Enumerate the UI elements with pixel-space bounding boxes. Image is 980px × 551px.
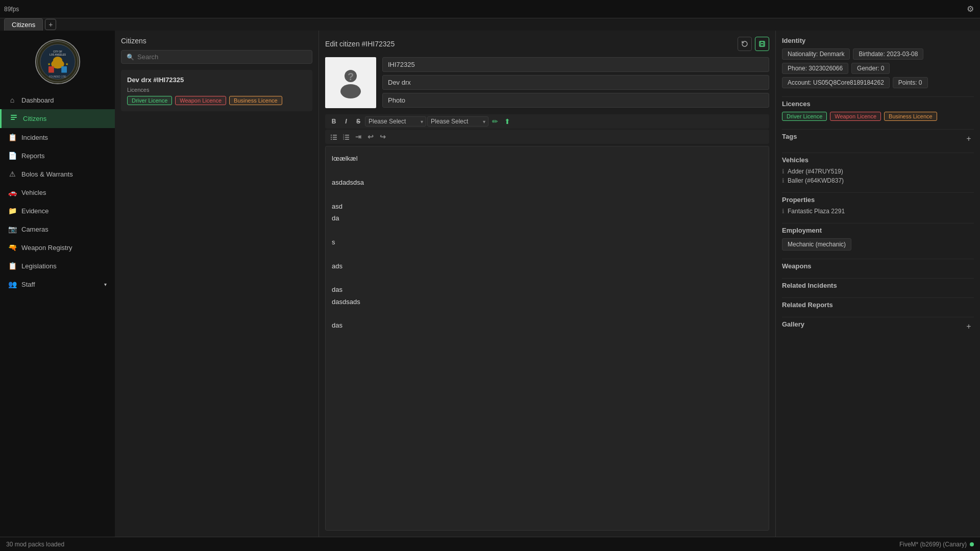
sidebar-item-bolos-warrants[interactable]: ⚠ Bolos & Warrants bbox=[0, 165, 115, 183]
vehicle-info-icon-2: ℹ bbox=[782, 177, 785, 184]
birthdate-tag: Birthdate: 2023-03-08 bbox=[853, 48, 923, 60]
vehicle-item-1: ℹ Adder (#47RUY519) bbox=[782, 168, 974, 175]
svg-rect-14 bbox=[11, 115, 17, 116]
format-select-2[interactable]: Please Select bbox=[427, 116, 488, 127]
phone-tag: Phone: 3023026066 bbox=[782, 63, 848, 74]
sidebar-item-citizens[interactable]: Citizens bbox=[0, 109, 115, 128]
content-area: Citizens 🔍 Dev drx #IHI72325 Licences Dr… bbox=[115, 31, 980, 537]
identity-tags-row: Nationality: Denmark Birthdate: 2023-03-… bbox=[782, 48, 974, 88]
sidebar-item-evidence[interactable]: 📁 Evidence bbox=[0, 202, 115, 220]
sidebar-item-legislations[interactable]: 📋 Legislations bbox=[0, 257, 115, 275]
gear-button[interactable]: ⚙ bbox=[965, 2, 976, 16]
info-weapon-licence-badge: Weapon Licence bbox=[830, 112, 881, 121]
italic-button[interactable]: I bbox=[340, 116, 352, 127]
sidebar-nav: ⌂ Dashboard Citizens 📋 Incidents 📄 bbox=[0, 91, 115, 537]
svg-text:CITY OF: CITY OF bbox=[53, 51, 62, 53]
vehicles-icon: 🚗 bbox=[8, 188, 16, 196]
tags-section-header: Tags + bbox=[782, 133, 974, 144]
refresh-button[interactable] bbox=[738, 37, 752, 51]
sidebar-item-vehicles[interactable]: 🚗 Vehicles bbox=[0, 183, 115, 202]
citizen-photo-field[interactable]: Photo bbox=[382, 93, 769, 108]
save-icon bbox=[758, 40, 766, 47]
citizen-name-field[interactable]: Dev drx bbox=[382, 75, 769, 90]
svg-text:★: ★ bbox=[47, 62, 51, 66]
svg-rect-19 bbox=[761, 44, 764, 46]
gallery-section-title: Gallery bbox=[782, 320, 804, 328]
undo-button[interactable]: ↩ bbox=[365, 131, 376, 142]
tab-citizens[interactable]: Citizens bbox=[4, 18, 43, 31]
sidebar-item-weapon-registry[interactable]: 🔫 Weapon Registry bbox=[0, 238, 115, 257]
home-icon: ⌂ bbox=[8, 96, 16, 104]
edit-panel-title: Edit citizen #IHI72325 bbox=[325, 40, 395, 48]
format-select-1[interactable]: Please Select bbox=[365, 116, 426, 127]
nationality-tag: Nationality: Denmark bbox=[782, 48, 850, 60]
citizen-id-field[interactable]: IHI72325 bbox=[382, 57, 769, 72]
upload-button[interactable]: ⬆ bbox=[502, 116, 513, 127]
top-bar: 89fps ⚙ bbox=[0, 0, 980, 18]
svg-point-25 bbox=[331, 137, 332, 138]
status-dot-icon bbox=[970, 542, 974, 546]
citizens-icon bbox=[10, 114, 18, 123]
sidebar: CITY OF LOS ANGELES ★ ★ FOUNDED 1781 ⌂ D… bbox=[0, 31, 115, 537]
vehicle-item-2: ℹ Baller (#64KWD837) bbox=[782, 177, 974, 184]
svg-rect-32 bbox=[345, 137, 349, 138]
sidebar-item-staff[interactable]: 👥 Staff ▾ bbox=[0, 275, 115, 293]
svg-rect-26 bbox=[333, 137, 337, 138]
identity-section: Identity Nationality: Denmark Birthdate:… bbox=[782, 37, 974, 88]
vehicles-section-title: Vehicles bbox=[782, 156, 974, 164]
weapon-registry-icon: 🔫 bbox=[8, 243, 16, 252]
svg-text:FOUNDED 1781: FOUNDED 1781 bbox=[49, 76, 66, 78]
info-licences-row: Driver Licence Weapon Licence Business L… bbox=[782, 112, 974, 121]
cameras-icon: 📷 bbox=[8, 225, 16, 233]
svg-rect-12 bbox=[61, 66, 67, 73]
reports-icon: 📄 bbox=[8, 152, 16, 160]
city-seal-icon: CITY OF LOS ANGELES ★ ★ FOUNDED 1781 bbox=[35, 39, 81, 85]
add-tag-button[interactable]: + bbox=[964, 134, 974, 144]
svg-rect-24 bbox=[333, 135, 337, 136]
svg-point-8 bbox=[58, 58, 60, 60]
ordered-list-button[interactable]: 1. 2. 3. bbox=[340, 131, 352, 142]
person-silhouette-icon: ? bbox=[333, 65, 369, 101]
svg-point-27 bbox=[331, 139, 332, 140]
tags-section: Tags + bbox=[782, 133, 974, 144]
sidebar-item-incidents[interactable]: 📋 Incidents bbox=[0, 128, 115, 146]
pencil-button[interactable]: ✏ bbox=[489, 116, 501, 127]
refresh-icon bbox=[741, 40, 748, 47]
status-bar: 30 mod packs loaded FiveM* (b2699) (Cana… bbox=[0, 537, 980, 551]
related-incidents-section: Related Incidents bbox=[782, 282, 974, 289]
info-panel: Identity Nationality: Denmark Birthdate:… bbox=[776, 31, 980, 537]
citizen-card[interactable]: Dev drx #IHI72325 Licences Driver Licenc… bbox=[121, 70, 312, 111]
bold-button[interactable]: B bbox=[328, 116, 339, 127]
svg-text:LOS ANGELES: LOS ANGELES bbox=[49, 54, 65, 56]
search-input[interactable] bbox=[137, 53, 307, 61]
evidence-icon: 📁 bbox=[8, 207, 16, 215]
add-gallery-button[interactable]: + bbox=[964, 321, 974, 332]
fps-counter: 89fps bbox=[4, 6, 19, 13]
info-business-licence-badge: Business Licence bbox=[884, 112, 937, 121]
svg-text:?: ? bbox=[348, 71, 354, 82]
gallery-section: Gallery + bbox=[782, 320, 974, 332]
related-incidents-title: Related Incidents bbox=[782, 282, 974, 289]
editor-toolbar: B I S Please Select Please Select ✏ bbox=[325, 114, 769, 144]
sidebar-item-reports[interactable]: 📄 Reports bbox=[0, 146, 115, 165]
bullet-list-button[interactable] bbox=[328, 131, 339, 142]
tab-add-button[interactable]: + bbox=[45, 19, 56, 30]
svg-point-6 bbox=[53, 57, 62, 64]
editor-content[interactable]: lœælkæl asdadsdsa asd da s ads das dasds… bbox=[325, 146, 769, 531]
strikethrough-button[interactable]: S bbox=[353, 116, 364, 127]
indent-button[interactable]: ⇥ bbox=[353, 131, 364, 142]
related-reports-section: Related Reports bbox=[782, 301, 974, 309]
sidebar-item-dashboard[interactable]: ⌂ Dashboard bbox=[0, 91, 115, 109]
account-tag: Account: US05Q8Core8189184262 bbox=[782, 77, 890, 88]
save-button[interactable] bbox=[755, 37, 769, 51]
gallery-section-header: Gallery + bbox=[782, 320, 974, 332]
svg-rect-34 bbox=[345, 139, 349, 140]
svg-point-7 bbox=[54, 58, 57, 60]
redo-button[interactable]: ↪ bbox=[377, 131, 388, 142]
svg-rect-28 bbox=[333, 139, 337, 140]
edit-top-section: ? IHI72325 Dev drx Photo bbox=[325, 57, 769, 108]
status-right-text: FiveM* (b2699) (Canary) bbox=[899, 541, 967, 548]
sidebar-item-cameras[interactable]: 📷 Cameras bbox=[0, 220, 115, 238]
licence-business-badge: Business Licence bbox=[229, 96, 282, 105]
toolbar-row-1: B I S Please Select Please Select ✏ bbox=[325, 114, 769, 129]
